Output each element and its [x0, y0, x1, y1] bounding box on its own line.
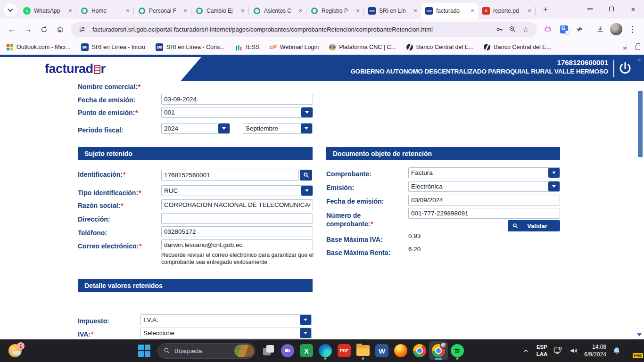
dropdown-button[interactable]	[301, 107, 313, 117]
dropdown-button[interactable]	[301, 186, 313, 196]
logout-power-button[interactable]	[617, 60, 634, 77]
profile-avatar[interactable]	[608, 21, 624, 37]
spotify-button[interactable]	[448, 341, 467, 360]
task-view-button[interactable]	[259, 341, 278, 360]
new-tab-button[interactable]: +	[539, 3, 552, 16]
periodo-year-select[interactable]: 2024	[161, 123, 230, 134]
dropdown-button[interactable]	[218, 123, 230, 133]
back-button[interactable]: ←	[4, 21, 20, 37]
close-icon[interactable]: ×	[354, 7, 362, 15]
close-icon[interactable]: ×	[469, 7, 476, 15]
address-bar[interactable]: facturadorsri.sri.gob.ec/portal-facturad…	[71, 22, 537, 37]
bookmark-banco-central-2[interactable]: Banco Central del E...	[484, 44, 551, 50]
numero-comprobante-input[interactable]	[408, 208, 560, 219]
clock[interactable]: 14:08 6/9/2024	[584, 343, 606, 358]
chrome-button[interactable]	[410, 341, 429, 360]
notification-bell[interactable]	[611, 345, 622, 356]
file-explorer-button[interactable]	[354, 341, 372, 360]
razon-social-input[interactable]	[161, 199, 313, 210]
weather-extension-icon[interactable]	[540, 21, 556, 37]
url-text[interactable]: facturadorsri.sri.gob.ec/portal-facturad…	[92, 26, 493, 33]
tab-reporte-pdf[interactable]: A reporte.pd ×	[478, 3, 535, 19]
identificacion-search-button[interactable]	[300, 170, 312, 181]
video-app-button[interactable]	[278, 341, 297, 360]
all-bookmarks-button[interactable]: Todos los marcadores	[627, 41, 644, 54]
browser-menu-button[interactable]	[624, 21, 640, 37]
scroll-down-arrow[interactable]	[637, 333, 642, 337]
close-icon[interactable]: ×	[124, 7, 132, 15]
close-icon[interactable]: ×	[182, 7, 189, 15]
taskbar-search[interactable]: Búsqueda	[157, 343, 256, 359]
extensions-puzzle-icon[interactable]	[572, 21, 588, 37]
maximize-button[interactable]	[601, 0, 622, 18]
iva-select[interactable]: Seleccione	[140, 328, 312, 338]
network-icon[interactable]	[552, 345, 563, 356]
minimize-button[interactable]	[579, 0, 601, 18]
edge-button[interactable]	[316, 341, 335, 360]
correo-input[interactable]	[161, 239, 313, 250]
forward-button[interactable]: →	[20, 21, 36, 37]
tipo-identificacion-select[interactable]: RUC	[161, 185, 313, 196]
impuesto-select[interactable]: I.V.A.	[140, 314, 312, 325]
password-key-icon[interactable]	[493, 23, 506, 36]
tab-facturador-active[interactable]: SRI facturado ×	[421, 3, 478, 19]
dropdown-button[interactable]	[300, 315, 311, 325]
emision-select[interactable]: Electrónica	[408, 181, 560, 192]
scroll-up-arrow[interactable]	[637, 58, 642, 61]
volume-icon[interactable]	[568, 345, 579, 356]
bookmarks-overflow-button[interactable]: »	[623, 43, 627, 51]
dropdown-button[interactable]	[300, 328, 311, 338]
tab-personal[interactable]: Personal F ×	[134, 3, 191, 19]
comprobante-select[interactable]: Factura	[408, 167, 560, 178]
tab-whatsapp[interactable]: WhatsApp ×	[19, 3, 76, 19]
start-button[interactable]	[135, 341, 154, 360]
bookmark-outlook[interactable]: Outlook.com - Micr...	[7, 44, 71, 50]
tab-search-button[interactable]	[4, 3, 17, 16]
periodo-month-select[interactable]: Septiembre	[243, 123, 313, 134]
direccion-input[interactable]	[161, 213, 313, 224]
tab-cambio[interactable]: Cambio Ej ×	[191, 3, 248, 19]
tab-home[interactable]: Home ×	[76, 3, 133, 19]
word-button[interactable]: W	[372, 341, 391, 360]
identificacion-input[interactable]	[161, 170, 299, 181]
downloads-icon[interactable]	[592, 21, 608, 37]
zoom-out-icon[interactable]	[506, 23, 519, 36]
tab-sri-en-linea[interactable]: SRI SRI en Lín ×	[364, 3, 421, 19]
punto-emision-select[interactable]: 001	[161, 107, 313, 118]
bookmark-star-icon[interactable]: ☆	[519, 23, 532, 36]
bookmark-cnc[interactable]: Plataforma CNC | C...	[329, 44, 396, 50]
scrollbar-thumb[interactable]	[638, 91, 643, 157]
close-window-button[interactable]: ×	[622, 0, 644, 18]
close-icon[interactable]: ×	[297, 7, 304, 15]
excel-button[interactable]: X	[297, 341, 316, 360]
telefono-input[interactable]	[161, 226, 313, 237]
tab-registro[interactable]: Registro P ×	[306, 3, 363, 19]
bookmark-webmail[interactable]: cP Webmail Login	[270, 44, 319, 50]
dropdown-button[interactable]	[548, 181, 560, 191]
widgets-weather-button[interactable]: 1	[8, 342, 25, 360]
chrome-active-button[interactable]	[429, 341, 448, 360]
reload-button[interactable]	[36, 21, 52, 37]
bookmark-sri-consultas[interactable]: SRI SRI en Línea - Cons...	[156, 43, 225, 51]
translate-icon[interactable]: G	[556, 21, 572, 37]
close-icon[interactable]: ×	[239, 7, 247, 15]
tab-asientos[interactable]: Asientos C ×	[249, 3, 306, 19]
close-icon[interactable]: ×	[412, 7, 419, 15]
bookmark-banco-central-1[interactable]: Banco Central del E...	[406, 44, 474, 50]
validar-button[interactable]: Validar	[508, 220, 560, 231]
doc-fecha-emision-input[interactable]	[408, 195, 560, 206]
tray-chevron-up[interactable]	[520, 345, 532, 356]
dropdown-button[interactable]	[548, 168, 560, 178]
close-icon[interactable]: ×	[526, 7, 533, 15]
bookmark-iess[interactable]: IESS	[235, 43, 260, 51]
site-info-icon[interactable]	[75, 23, 89, 36]
fecha-emision-input[interactable]	[161, 94, 313, 105]
home-button[interactable]	[52, 21, 68, 37]
copilot-button[interactable]: PRE	[627, 344, 641, 358]
bookmark-sri-inicio[interactable]: SRI SRI en Línea - Inicio	[81, 43, 145, 51]
pdf-app-button[interactable]: PDF	[335, 341, 354, 360]
close-icon[interactable]: ×	[66, 7, 74, 15]
firefox-button[interactable]	[391, 341, 410, 360]
language-indicator[interactable]: ESPLAA	[537, 344, 548, 358]
dropdown-button[interactable]	[301, 123, 312, 133]
